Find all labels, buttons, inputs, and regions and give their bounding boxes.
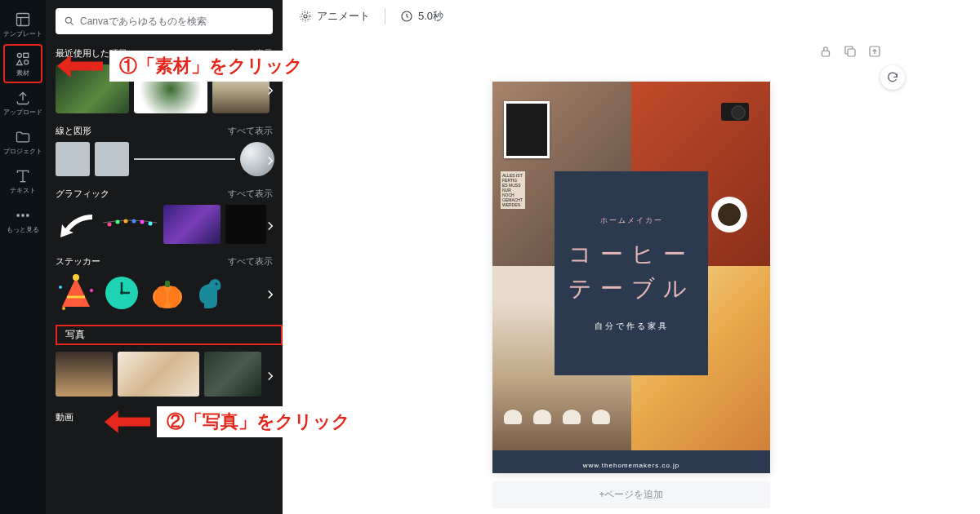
doc-subtitle: ホームメイカー <box>600 215 663 226</box>
photo-thumb-1[interactable] <box>56 352 113 397</box>
svg-point-9 <box>17 214 20 216</box>
svg-rect-4 <box>24 53 29 57</box>
svg-point-21 <box>73 274 79 281</box>
chair-2 <box>530 410 555 442</box>
doc-title-2: テーブル <box>568 272 695 306</box>
svg-point-31 <box>155 286 167 308</box>
document-page[interactable]: ALLES IST FERTIG ES MUSS NUR NOCH GEMACH… <box>492 82 770 473</box>
svg-point-3 <box>17 53 21 57</box>
svg-line-13 <box>70 22 73 24</box>
sticker-party-hat[interactable] <box>56 273 96 313</box>
upload-icon <box>15 90 31 106</box>
annotation-2-text: ②「写真」をクリック <box>157 406 360 437</box>
doc-diy: 自分で作る家具 <box>595 321 669 332</box>
chevron-right-icon[interactable] <box>263 287 278 302</box>
svg-point-14 <box>108 223 112 227</box>
rail-upload-label: アップロード <box>3 108 42 117</box>
sticker-pumpkin[interactable] <box>147 273 188 313</box>
see-all-shapes[interactable]: すべて表示 <box>228 125 273 137</box>
refresh-button[interactable] <box>880 65 905 90</box>
clock-icon <box>400 10 413 23</box>
rail-project-label: プロジェクト <box>3 147 42 156</box>
shape-line[interactable] <box>134 158 235 160</box>
doc-url: www.thehomemakers.co.jp <box>492 462 770 469</box>
arrow-left-icon <box>105 410 150 433</box>
chair-3 <box>559 410 584 442</box>
svg-marker-5 <box>17 60 23 64</box>
upload-page-icon[interactable] <box>867 44 882 59</box>
annotation-1: ①「素材」をクリック <box>57 51 313 82</box>
rail-template[interactable]: テンプレート <box>3 5 42 44</box>
add-page-button[interactable]: +ページを追加 <box>492 481 770 508</box>
rail-upload[interactable]: アップロード <box>3 83 42 122</box>
svg-point-23 <box>59 286 62 289</box>
svg-point-19 <box>149 222 153 226</box>
more-icon <box>15 207 31 224</box>
see-all-graphics[interactable]: すべて表示 <box>228 188 273 200</box>
animate-button[interactable]: アニメート <box>299 9 370 24</box>
elements-icon <box>15 51 31 67</box>
rail-project[interactable]: プロジェクト <box>3 122 42 162</box>
chevron-right-icon[interactable] <box>263 369 278 383</box>
rail-text[interactable]: テキスト <box>3 162 42 201</box>
svg-point-24 <box>90 289 93 292</box>
chair-4 <box>589 410 613 442</box>
svg-point-35 <box>304 15 307 18</box>
search-input[interactable]: Canvaであらゆるものを検索 <box>56 8 273 34</box>
lock-icon[interactable] <box>818 44 833 59</box>
photo-thumb-2[interactable] <box>118 352 199 397</box>
rail-more[interactable]: もっと見る <box>3 201 42 240</box>
svg-point-34 <box>216 283 218 286</box>
svg-point-12 <box>65 17 71 23</box>
camera-prop <box>721 103 749 121</box>
rail-elements[interactable]: 素材 <box>3 44 42 83</box>
svg-point-17 <box>132 219 136 224</box>
refresh-icon <box>886 71 899 84</box>
svg-point-36 <box>301 12 309 20</box>
annotation-2: ②「写真」をクリック <box>105 406 360 437</box>
left-rail: テンプレート 素材 アップロード プロジェクト テキスト もっと見る <box>0 0 46 514</box>
text-icon <box>15 168 31 184</box>
chevron-right-icon[interactable] <box>263 153 278 168</box>
chevron-right-icon[interactable] <box>263 83 278 98</box>
annotation-1-text: ①「素材」をクリック <box>109 51 313 82</box>
doc-title-1: コーヒー <box>568 237 694 272</box>
shape-square-2[interactable] <box>95 142 129 176</box>
topbar: アニメート 5.0秒 <box>283 0 980 33</box>
svg-point-16 <box>124 219 128 224</box>
svg-marker-20 <box>62 277 90 307</box>
overlay-card: ホームメイカー コーヒー テーブル 自分で作る家具 <box>555 171 708 375</box>
graphic-lights[interactable] <box>101 208 158 241</box>
page-actions <box>818 44 882 59</box>
svg-point-11 <box>27 214 29 216</box>
graphic-gradient[interactable] <box>163 205 220 244</box>
template-icon <box>15 11 31 28</box>
canvas-area: アニメート 5.0秒 ALLES IST FERTIG ES MUSS NUR … <box>283 0 980 514</box>
section-graphics: グラフィック すべて表示 <box>46 183 283 202</box>
graphic-texture[interactable] <box>225 205 266 244</box>
search-icon <box>64 16 75 27</box>
coffee-cup <box>705 193 754 241</box>
photo-thumb-3[interactable] <box>204 352 261 397</box>
sticker-clock[interactable] <box>101 273 142 313</box>
svg-point-32 <box>168 286 180 308</box>
photos-tab[interactable]: 写真 <box>56 325 283 345</box>
see-all-stickers[interactable]: すべて表示 <box>228 255 273 268</box>
svg-rect-40 <box>848 49 855 56</box>
animate-label: アニメート <box>317 9 370 24</box>
chair-1 <box>501 410 525 442</box>
section-shapes-title: 線と図形 <box>56 125 91 137</box>
sticker-dino[interactable] <box>193 273 225 313</box>
duration-label: 5.0秒 <box>418 9 443 24</box>
svg-rect-33 <box>165 281 170 287</box>
duplicate-icon[interactable] <box>843 44 858 59</box>
wall-poster-text: ALLES IST FERTIG ES MUSS NUR NOCH GEMACH… <box>501 171 525 209</box>
shape-square-1[interactable] <box>56 142 90 176</box>
rail-template-label: テンプレート <box>3 29 42 38</box>
section-graphics-title: グラフィック <box>56 188 109 200</box>
svg-rect-39 <box>822 51 830 56</box>
graphic-arrow[interactable] <box>56 208 96 241</box>
chevron-right-icon[interactable] <box>263 219 278 233</box>
duration-button[interactable]: 5.0秒 <box>400 9 443 24</box>
search-placeholder: Canvaであらゆるものを検索 <box>80 15 207 29</box>
